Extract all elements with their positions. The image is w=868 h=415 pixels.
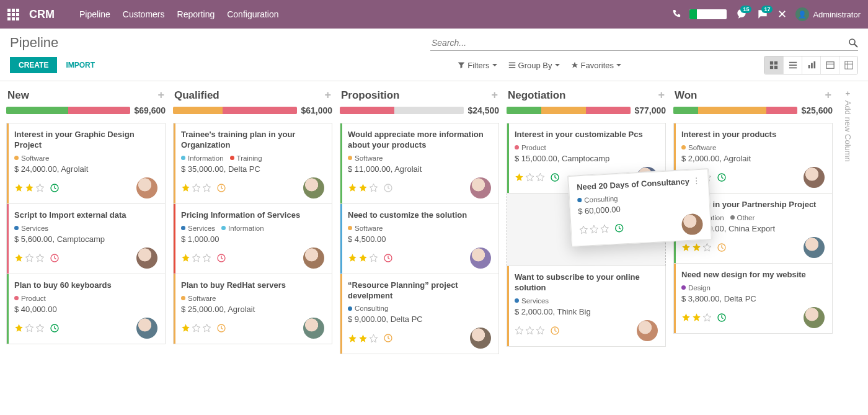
priority-star[interactable] <box>25 183 34 192</box>
nav-reporting[interactable]: Reporting <box>177 9 215 19</box>
activity-clock-icon[interactable] <box>216 323 226 333</box>
add-column-button[interactable]: + Add new Column <box>840 89 852 162</box>
priority-star[interactable] <box>192 183 201 192</box>
priority-star[interactable] <box>515 172 524 182</box>
activity-clock-icon[interactable] <box>50 183 60 193</box>
priority-star[interactable] <box>692 313 701 322</box>
messages-icon[interactable]: 15 <box>735 8 748 20</box>
activity-clock-icon[interactable] <box>717 243 727 252</box>
priority-star[interactable] <box>369 253 378 262</box>
priority-star[interactable] <box>202 323 211 332</box>
kanban-card[interactable]: Script to Import external data Services … <box>6 203 166 274</box>
priority-star[interactable] <box>14 253 24 262</box>
activity-clock-icon[interactable] <box>550 172 560 182</box>
create-button[interactable]: CREATE <box>10 57 57 73</box>
priority-star[interactable] <box>536 172 545 182</box>
user-menu[interactable]: 👤 Administrator <box>795 7 861 21</box>
activity-clock-icon[interactable] <box>383 183 393 193</box>
quick-create-button[interactable]: + <box>658 89 665 102</box>
nav-pipeline[interactable]: Pipeline <box>79 9 110 19</box>
quick-create-button[interactable]: + <box>324 89 331 102</box>
salesperson-avatar[interactable] <box>804 237 825 258</box>
activity-clock-icon[interactable] <box>50 253 60 263</box>
kanban-card[interactable]: Would appreciate more information about … <box>340 123 499 204</box>
activity-clock-icon[interactable] <box>717 313 727 323</box>
kanban-card[interactable]: Trainee's training plan in your Organiza… <box>173 123 332 204</box>
trial-progress[interactable] <box>689 9 727 19</box>
close-icon[interactable]: ✕ <box>777 7 787 21</box>
kanban-view-button[interactable] <box>764 56 783 74</box>
list-view-button[interactable] <box>783 56 802 74</box>
priority-star[interactable] <box>369 183 378 192</box>
quick-create-button[interactable]: + <box>491 89 498 102</box>
priority-star[interactable] <box>525 326 534 335</box>
kanban-card[interactable]: Plan to buy 60 keyboards Product $ 40,00… <box>6 274 166 344</box>
priority-star[interactable] <box>536 326 545 335</box>
salesperson-avatar[interactable] <box>136 318 157 339</box>
search-icon[interactable] <box>848 38 858 48</box>
kanban-card[interactable]: Plan to buy RedHat servers Software $ 25… <box>173 274 332 344</box>
activities-icon[interactable]: 17 <box>756 8 769 20</box>
salesperson-avatar[interactable] <box>804 307 825 328</box>
activity-clock-icon[interactable] <box>550 326 560 336</box>
card-menu-icon[interactable]: ⋮ <box>693 176 701 186</box>
priority-star[interactable] <box>369 334 378 343</box>
kanban-card[interactable]: Pricing Information of Services Services… <box>173 203 332 274</box>
salesperson-avatar[interactable] <box>303 318 324 339</box>
priority-star[interactable] <box>589 225 599 234</box>
calendar-view-button[interactable] <box>820 56 839 74</box>
pivot-view-button[interactable] <box>839 56 857 74</box>
priority-star[interactable] <box>348 253 357 262</box>
groupby-dropdown[interactable]: Group By <box>508 61 560 70</box>
favorites-dropdown[interactable]: Favorites <box>571 61 621 70</box>
activity-clock-icon[interactable] <box>383 253 393 263</box>
priority-star[interactable] <box>181 323 190 332</box>
activity-clock-icon[interactable] <box>614 223 624 233</box>
salesperson-avatar[interactable] <box>303 177 324 199</box>
priority-star[interactable] <box>358 183 368 192</box>
priority-star[interactable] <box>525 172 534 182</box>
priority-star[interactable] <box>25 253 34 262</box>
priority-star[interactable] <box>600 224 609 234</box>
quick-create-button[interactable]: + <box>825 89 831 102</box>
salesperson-avatar[interactable] <box>637 320 658 341</box>
salesperson-avatar[interactable] <box>804 167 825 188</box>
priority-star[interactable] <box>358 334 368 343</box>
priority-star[interactable] <box>181 253 190 262</box>
search-bar[interactable] <box>430 35 858 51</box>
activity-clock-icon[interactable] <box>50 323 60 333</box>
activity-clock-icon[interactable] <box>383 333 393 343</box>
kanban-card[interactable]: “Resource Planning” project develpment C… <box>340 274 499 355</box>
priority-star[interactable] <box>358 253 368 262</box>
priority-star[interactable] <box>348 334 357 343</box>
import-button[interactable]: IMPORT <box>66 61 95 69</box>
activity-clock-icon[interactable] <box>216 183 226 193</box>
salesperson-avatar[interactable] <box>303 248 324 269</box>
priority-star[interactable] <box>192 323 201 332</box>
quick-create-button[interactable]: + <box>157 89 164 102</box>
salesperson-avatar[interactable] <box>470 328 491 349</box>
priority-star[interactable] <box>35 183 45 192</box>
priority-star[interactable] <box>702 313 712 322</box>
search-input[interactable] <box>430 35 848 50</box>
salesperson-avatar[interactable] <box>470 248 491 269</box>
graph-view-button[interactable] <box>802 56 820 74</box>
priority-star[interactable] <box>25 323 34 332</box>
dragged-card[interactable]: ⋮ Need 20 Days of Consultancy Consulting… <box>567 168 712 247</box>
salesperson-avatar[interactable] <box>136 248 157 269</box>
priority-star[interactable] <box>681 243 691 252</box>
activity-clock-icon[interactable] <box>717 172 727 182</box>
activity-clock-icon[interactable] <box>216 253 226 263</box>
priority-star[interactable] <box>181 183 190 192</box>
nav-configuration[interactable]: Configuration <box>227 9 278 19</box>
kanban-card[interactable]: Interest in your Graphic Design Project … <box>6 123 166 204</box>
priority-star[interactable] <box>702 243 712 252</box>
priority-star[interactable] <box>202 183 211 192</box>
priority-star[interactable] <box>14 323 24 332</box>
kanban-card[interactable]: Want to subscribe to your online solutio… <box>507 266 666 347</box>
priority-star[interactable] <box>681 313 691 322</box>
kanban-card[interactable]: Need new design for my website Design $ … <box>673 263 833 334</box>
priority-star[interactable] <box>348 183 357 192</box>
nav-customers[interactable]: Customers <box>123 9 165 19</box>
priority-star[interactable] <box>692 243 701 252</box>
